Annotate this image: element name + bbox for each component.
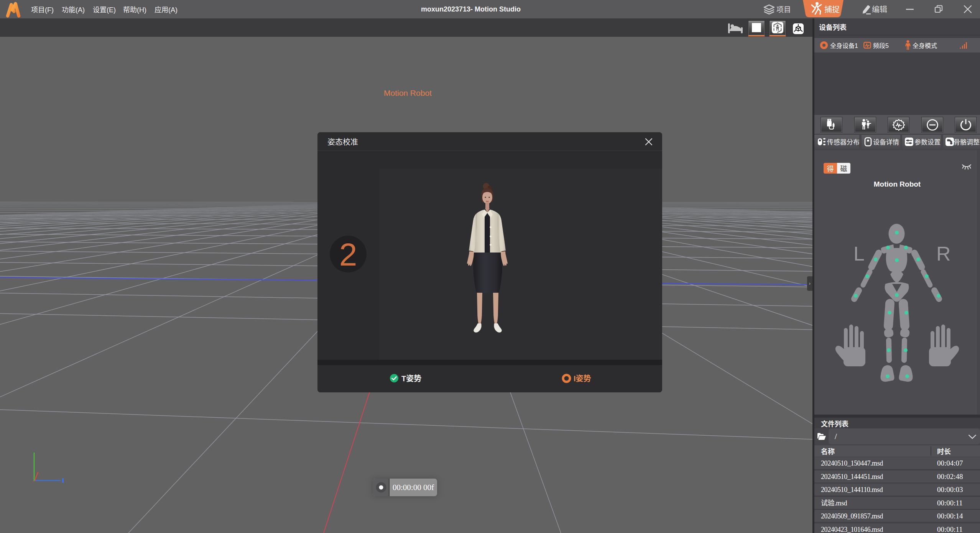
svg-text:R: R (936, 243, 951, 265)
svg-text:L: L (853, 243, 865, 265)
